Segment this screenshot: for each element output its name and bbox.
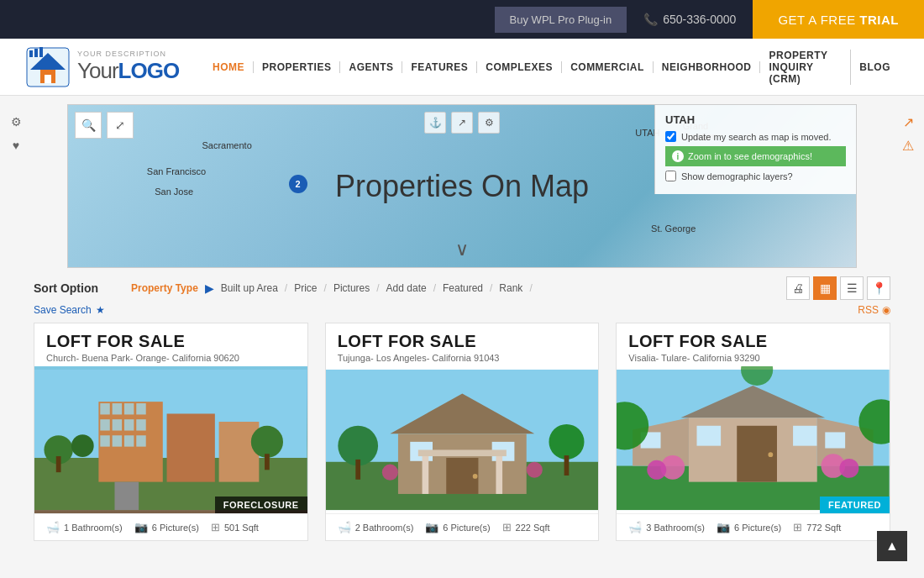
trial-label-pre: GET A FREE <box>778 13 859 27</box>
property-card-2-stats: 🛁 2 Bathroom(s) 📷 6 Picture(s) ⊞ 222 Sqf… <box>326 513 599 540</box>
svg-rect-23 <box>124 435 134 446</box>
bath-icon-1: 🛁 <box>46 521 60 533</box>
sqft-icon-3: ⊞ <box>793 521 802 533</box>
nav-home[interactable]: HOME <box>204 61 254 73</box>
top-bar: Buy WPL Pro Plug-in 📞 650-336-0000 GET A… <box>0 0 924 39</box>
property-card-2-image[interactable] <box>326 366 599 513</box>
list-view-btn[interactable]: ☰ <box>840 276 864 300</box>
print-view-btn[interactable]: 🖨 <box>786 276 810 300</box>
buy-plugin-button[interactable]: Buy WPL Pro Plug-in <box>495 7 627 33</box>
sort-rank[interactable]: Rank <box>494 279 528 297</box>
save-search-row: Save Search ★ RSS ◉ <box>34 304 890 316</box>
show-layers-row[interactable]: Show demographic layers? <box>665 171 846 181</box>
scroll-top-button[interactable]: ▲ <box>877 531 907 541</box>
nav-commercial[interactable]: COMMERCIAL <box>562 61 654 73</box>
property-card-1-image[interactable]: FORECLOSURE <box>34 366 307 513</box>
map-city-sacramento: Sacramento <box>202 140 251 150</box>
property-card-1-header: LOFT FOR SALE Church- Buena Park- Orange… <box>34 323 307 366</box>
property-card-2: LOFT FOR SALE Tujunga- Los Angeles- Cali… <box>325 323 600 541</box>
logo[interactable]: YOUR DESCRIPTION YourLOGO <box>25 46 179 88</box>
property-card-3-title: LOFT FOR SALE <box>628 332 878 351</box>
nav-complexes[interactable]: COMPLEXES <box>477 61 562 73</box>
sort-rank-label: Rank <box>499 282 522 294</box>
nav-neighborhood[interactable]: NEIGHBORHOOD <box>654 61 761 73</box>
svg-rect-19 <box>124 419 134 430</box>
map-collapse-btn[interactable]: ∨ <box>455 239 469 260</box>
pics-count-3: 6 Picture(s) <box>734 523 781 533</box>
external-link-icon[interactable]: ↗ <box>899 113 917 131</box>
svg-point-45 <box>382 465 398 481</box>
list-icon: ☰ <box>847 281 858 295</box>
property-grid: LOFT FOR SALE Church- Buena Park- Orange… <box>34 323 890 541</box>
svg-rect-44 <box>564 455 569 476</box>
map-expand-btn[interactable]: ⤢ <box>107 112 134 139</box>
property-card-1-title: LOFT FOR SALE <box>46 332 296 351</box>
map-view-btn[interactable]: 📍 <box>867 276 890 300</box>
nav-property-inquiry[interactable]: PROPERTY INQUIRY (CRM) <box>760 50 851 85</box>
sort-featured[interactable]: Featured <box>438 279 488 297</box>
pics-count-1: 6 Picture(s) <box>152 523 199 533</box>
map-controls: 🔍 ⤢ <box>75 112 134 139</box>
heart-icon[interactable]: ♥ <box>7 136 25 155</box>
svg-rect-56 <box>826 432 846 448</box>
map-city-sanfrancisco: San Francisco <box>147 166 206 176</box>
sort-featured-label: Featured <box>443 282 483 294</box>
info-icon: i <box>672 150 684 162</box>
property-card-1-sqft: ⊞ 501 Sqft <box>211 521 259 533</box>
nav-features[interactable]: FEATURES <box>402 61 477 73</box>
svg-point-46 <box>526 462 542 478</box>
sort-price[interactable]: Price <box>289 279 322 297</box>
sqft-icon-2: ⊞ <box>502 521 512 533</box>
svg-rect-14 <box>113 403 122 414</box>
property-card-3-pics: 📷 6 Picture(s) <box>717 521 781 533</box>
sort-pictures[interactable]: Pictures <box>328 279 375 297</box>
map-tool-settings[interactable]: ⚙ <box>478 112 500 134</box>
show-layers-checkbox[interactable] <box>665 171 676 181</box>
main-nav: HOME PROPERTIES AGENTS FEATURES COMPLEXE… <box>204 50 899 85</box>
property-card-3-stats: 🛁 3 Bathroom(s) 📷 6 Picture(s) ⊞ 772 Sqf… <box>617 513 890 540</box>
trial-button[interactable]: GET A FREE TRIAL <box>753 0 924 39</box>
warning-icon[interactable]: ⚠ <box>899 136 917 155</box>
svg-rect-29 <box>265 454 270 470</box>
sqft-icon-1: ⊞ <box>211 521 220 533</box>
property-card-1-pics: 📷 6 Picture(s) <box>134 521 199 533</box>
sort-property-type[interactable]: Property Type <box>126 279 203 297</box>
svg-point-37 <box>472 474 477 479</box>
svg-rect-4 <box>29 50 33 57</box>
property-card-3-image[interactable]: FEATURED <box>617 366 890 513</box>
update-search-row[interactable]: Update my search as map is moved. <box>665 131 846 142</box>
map-search-btn[interactable]: 🔍 <box>75 112 102 139</box>
svg-rect-38 <box>422 454 428 494</box>
map-city-sanjose: San Jose <box>155 187 193 197</box>
sort-pictures-label: Pictures <box>333 282 370 294</box>
svg-rect-26 <box>219 422 260 482</box>
sort-adddate[interactable]: Add date <box>381 279 432 297</box>
property-card-3-address: Visalia- Tulare- California 93290 <box>628 353 878 363</box>
update-search-checkbox[interactable] <box>665 131 676 142</box>
property-card-2-address: Tujunga- Los Angeles- California 91043 <box>338 353 587 363</box>
nav-blog[interactable]: BLOG <box>851 61 899 73</box>
sort-builtup[interactable]: Built up Area <box>216 279 283 297</box>
svg-rect-24 <box>136 435 145 446</box>
save-search-button[interactable]: Save Search ★ <box>34 304 105 316</box>
svg-point-28 <box>251 426 283 458</box>
property-card-2-sqft: ⊞ 222 Sqft <box>502 521 550 533</box>
rss-link[interactable]: RSS ◉ <box>858 304 890 316</box>
header: YOUR DESCRIPTION YourLOGO HOME PROPERTIE… <box>0 39 924 96</box>
svg-rect-16 <box>136 403 145 414</box>
nav-properties[interactable]: PROPERTIES <box>254 61 340 73</box>
sort-property-type-label: Property Type <box>131 282 198 294</box>
settings-icon[interactable]: ⚙ <box>7 113 25 131</box>
svg-rect-39 <box>496 454 502 494</box>
logo-icon <box>25 46 71 88</box>
grid-view-btn[interactable]: ▦ <box>813 276 837 300</box>
nav-agents[interactable]: AGENTS <box>340 61 402 73</box>
map-tool-share[interactable]: ↗ <box>451 112 473 134</box>
svg-rect-18 <box>113 419 122 430</box>
property-card-1-bath: 🛁 1 Bathroom(s) <box>46 521 123 533</box>
map-pin-icon: 📍 <box>872 281 886 295</box>
svg-rect-17 <box>100 419 109 430</box>
zoom-demographics-btn[interactable]: i Zoom in to see demographics! <box>665 146 846 166</box>
property-card-3-bath: 🛁 3 Bathroom(s) <box>628 521 705 533</box>
map-tool-anchor[interactable]: ⚓ <box>424 112 446 134</box>
